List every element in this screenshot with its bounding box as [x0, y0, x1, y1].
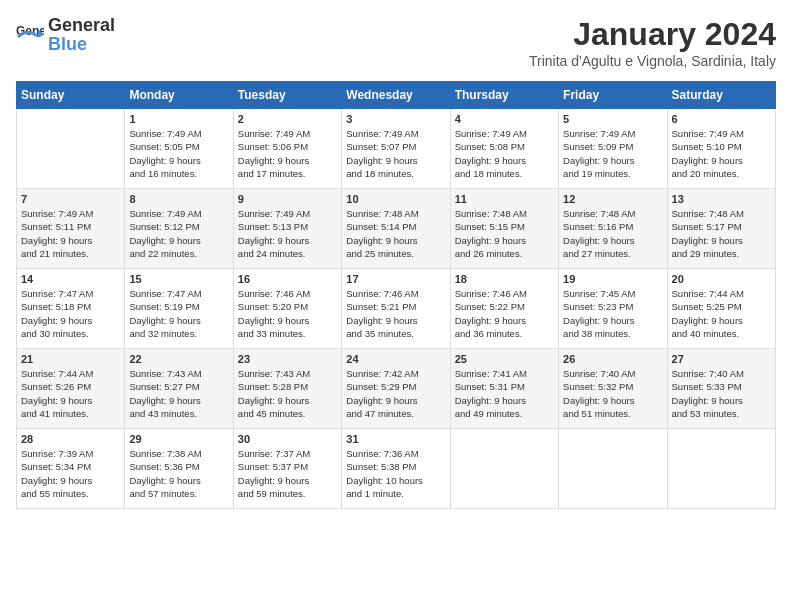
calendar-cell: 6Sunrise: 7:49 AMSunset: 5:10 PMDaylight… [667, 109, 775, 189]
day-number: 2 [238, 113, 337, 125]
logo-icon: General [16, 21, 44, 49]
location-title: Trinita d'Agultu e Vignola, Sardinia, It… [529, 53, 776, 69]
day-number: 15 [129, 273, 228, 285]
calendar-week-row: 1Sunrise: 7:49 AMSunset: 5:05 PMDaylight… [17, 109, 776, 189]
calendar-cell: 14Sunrise: 7:47 AMSunset: 5:18 PMDayligh… [17, 269, 125, 349]
day-info: Sunrise: 7:47 AMSunset: 5:18 PMDaylight:… [21, 287, 120, 340]
day-number: 31 [346, 433, 445, 445]
calendar-cell: 25Sunrise: 7:41 AMSunset: 5:31 PMDayligh… [450, 349, 558, 429]
day-number: 5 [563, 113, 662, 125]
day-info: Sunrise: 7:42 AMSunset: 5:29 PMDaylight:… [346, 367, 445, 420]
weekday-header-row: SundayMondayTuesdayWednesdayThursdayFrid… [17, 82, 776, 109]
calendar-cell: 10Sunrise: 7:48 AMSunset: 5:14 PMDayligh… [342, 189, 450, 269]
weekday-header: Friday [559, 82, 667, 109]
title-area: January 2024 Trinita d'Agultu e Vignola,… [529, 16, 776, 69]
day-number: 21 [21, 353, 120, 365]
calendar-cell [667, 429, 775, 509]
calendar-week-row: 7Sunrise: 7:49 AMSunset: 5:11 PMDaylight… [17, 189, 776, 269]
day-info: Sunrise: 7:45 AMSunset: 5:23 PMDaylight:… [563, 287, 662, 340]
calendar-cell: 30Sunrise: 7:37 AMSunset: 5:37 PMDayligh… [233, 429, 341, 509]
calendar-cell [450, 429, 558, 509]
day-info: Sunrise: 7:39 AMSunset: 5:34 PMDaylight:… [21, 447, 120, 500]
day-number: 28 [21, 433, 120, 445]
day-info: Sunrise: 7:48 AMSunset: 5:17 PMDaylight:… [672, 207, 771, 260]
day-info: Sunrise: 7:43 AMSunset: 5:27 PMDaylight:… [129, 367, 228, 420]
calendar-cell: 12Sunrise: 7:48 AMSunset: 5:16 PMDayligh… [559, 189, 667, 269]
day-number: 17 [346, 273, 445, 285]
day-info: Sunrise: 7:48 AMSunset: 5:16 PMDaylight:… [563, 207, 662, 260]
day-number: 23 [238, 353, 337, 365]
day-number: 9 [238, 193, 337, 205]
calendar-cell: 24Sunrise: 7:42 AMSunset: 5:29 PMDayligh… [342, 349, 450, 429]
day-number: 19 [563, 273, 662, 285]
calendar-cell: 22Sunrise: 7:43 AMSunset: 5:27 PMDayligh… [125, 349, 233, 429]
day-info: Sunrise: 7:43 AMSunset: 5:28 PMDaylight:… [238, 367, 337, 420]
day-number: 16 [238, 273, 337, 285]
day-info: Sunrise: 7:49 AMSunset: 5:05 PMDaylight:… [129, 127, 228, 180]
day-info: Sunrise: 7:48 AMSunset: 5:15 PMDaylight:… [455, 207, 554, 260]
day-info: Sunrise: 7:46 AMSunset: 5:22 PMDaylight:… [455, 287, 554, 340]
day-number: 1 [129, 113, 228, 125]
logo-blue-text: Blue [48, 34, 87, 54]
day-info: Sunrise: 7:46 AMSunset: 5:21 PMDaylight:… [346, 287, 445, 340]
day-info: Sunrise: 7:41 AMSunset: 5:31 PMDaylight:… [455, 367, 554, 420]
calendar-cell [17, 109, 125, 189]
day-info: Sunrise: 7:36 AMSunset: 5:38 PMDaylight:… [346, 447, 445, 500]
calendar-cell: 21Sunrise: 7:44 AMSunset: 5:26 PMDayligh… [17, 349, 125, 429]
day-info: Sunrise: 7:49 AMSunset: 5:13 PMDaylight:… [238, 207, 337, 260]
calendar-cell: 26Sunrise: 7:40 AMSunset: 5:32 PMDayligh… [559, 349, 667, 429]
calendar-cell: 8Sunrise: 7:49 AMSunset: 5:12 PMDaylight… [125, 189, 233, 269]
day-number: 29 [129, 433, 228, 445]
day-number: 3 [346, 113, 445, 125]
calendar-cell: 3Sunrise: 7:49 AMSunset: 5:07 PMDaylight… [342, 109, 450, 189]
day-number: 25 [455, 353, 554, 365]
header: General General Blue January 2024 Trinit… [16, 16, 776, 69]
weekday-header: Sunday [17, 82, 125, 109]
day-number: 14 [21, 273, 120, 285]
day-info: Sunrise: 7:38 AMSunset: 5:36 PMDaylight:… [129, 447, 228, 500]
day-info: Sunrise: 7:37 AMSunset: 5:37 PMDaylight:… [238, 447, 337, 500]
day-number: 26 [563, 353, 662, 365]
calendar-cell: 31Sunrise: 7:36 AMSunset: 5:38 PMDayligh… [342, 429, 450, 509]
day-info: Sunrise: 7:44 AMSunset: 5:26 PMDaylight:… [21, 367, 120, 420]
logo: General General Blue [16, 16, 115, 54]
day-number: 8 [129, 193, 228, 205]
day-number: 13 [672, 193, 771, 205]
day-number: 7 [21, 193, 120, 205]
weekday-header: Tuesday [233, 82, 341, 109]
day-info: Sunrise: 7:40 AMSunset: 5:33 PMDaylight:… [672, 367, 771, 420]
day-info: Sunrise: 7:49 AMSunset: 5:09 PMDaylight:… [563, 127, 662, 180]
calendar-cell: 23Sunrise: 7:43 AMSunset: 5:28 PMDayligh… [233, 349, 341, 429]
day-info: Sunrise: 7:48 AMSunset: 5:14 PMDaylight:… [346, 207, 445, 260]
calendar-cell: 19Sunrise: 7:45 AMSunset: 5:23 PMDayligh… [559, 269, 667, 349]
calendar-cell: 17Sunrise: 7:46 AMSunset: 5:21 PMDayligh… [342, 269, 450, 349]
calendar-cell: 9Sunrise: 7:49 AMSunset: 5:13 PMDaylight… [233, 189, 341, 269]
calendar-cell: 28Sunrise: 7:39 AMSunset: 5:34 PMDayligh… [17, 429, 125, 509]
day-info: Sunrise: 7:49 AMSunset: 5:12 PMDaylight:… [129, 207, 228, 260]
day-info: Sunrise: 7:49 AMSunset: 5:08 PMDaylight:… [455, 127, 554, 180]
calendar-cell: 16Sunrise: 7:46 AMSunset: 5:20 PMDayligh… [233, 269, 341, 349]
calendar-week-row: 21Sunrise: 7:44 AMSunset: 5:26 PMDayligh… [17, 349, 776, 429]
day-info: Sunrise: 7:47 AMSunset: 5:19 PMDaylight:… [129, 287, 228, 340]
day-number: 12 [563, 193, 662, 205]
day-info: Sunrise: 7:49 AMSunset: 5:10 PMDaylight:… [672, 127, 771, 180]
calendar-cell: 1Sunrise: 7:49 AMSunset: 5:05 PMDaylight… [125, 109, 233, 189]
calendar-cell: 5Sunrise: 7:49 AMSunset: 5:09 PMDaylight… [559, 109, 667, 189]
day-number: 4 [455, 113, 554, 125]
calendar-cell: 15Sunrise: 7:47 AMSunset: 5:19 PMDayligh… [125, 269, 233, 349]
day-number: 30 [238, 433, 337, 445]
weekday-header: Monday [125, 82, 233, 109]
calendar-cell: 20Sunrise: 7:44 AMSunset: 5:25 PMDayligh… [667, 269, 775, 349]
calendar-cell: 2Sunrise: 7:49 AMSunset: 5:06 PMDaylight… [233, 109, 341, 189]
calendar-cell: 27Sunrise: 7:40 AMSunset: 5:33 PMDayligh… [667, 349, 775, 429]
day-number: 18 [455, 273, 554, 285]
calendar-cell [559, 429, 667, 509]
calendar-cell: 4Sunrise: 7:49 AMSunset: 5:08 PMDaylight… [450, 109, 558, 189]
day-number: 22 [129, 353, 228, 365]
calendar-cell: 7Sunrise: 7:49 AMSunset: 5:11 PMDaylight… [17, 189, 125, 269]
weekday-header: Wednesday [342, 82, 450, 109]
day-number: 10 [346, 193, 445, 205]
day-info: Sunrise: 7:46 AMSunset: 5:20 PMDaylight:… [238, 287, 337, 340]
day-info: Sunrise: 7:49 AMSunset: 5:07 PMDaylight:… [346, 127, 445, 180]
calendar-cell: 18Sunrise: 7:46 AMSunset: 5:22 PMDayligh… [450, 269, 558, 349]
